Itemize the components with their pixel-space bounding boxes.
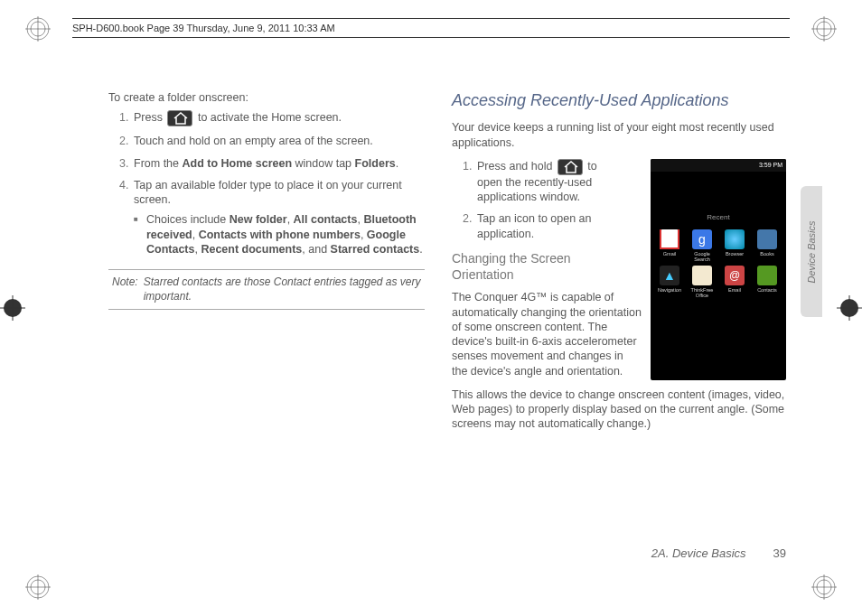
email-icon — [725, 266, 745, 285]
step-4: Tap an available folder type to place it… — [119, 178, 425, 257]
app-books: Books — [752, 229, 782, 262]
browser-icon — [725, 229, 745, 249]
crop-mark-icon — [811, 16, 837, 42]
recent-step-1: Press and hold to open the recently-used… — [463, 159, 625, 205]
left-column: To create a folder onscreen: Press to ac… — [108, 90, 425, 562]
recent-steps: Press and hold to open the recently-used… — [463, 159, 625, 241]
app-thinkfree-office: ThinkFree Office — [687, 266, 717, 298]
page-footer: 2A. Device Basics 39 — [651, 546, 786, 562]
phone-recent-label: Recent — [651, 213, 786, 222]
home-button-icon — [167, 110, 192, 126]
choices-bullet: Choices include New folder, All contacts… — [134, 212, 425, 257]
contacts-icon — [757, 266, 777, 285]
note-box: Note: Starred contacts are those Contact… — [108, 269, 425, 310]
gmail-icon — [660, 229, 679, 249]
right-column: Accessing Recently-Used Applications You… — [452, 90, 786, 562]
folder-intro: To create a folder onscreen: — [108, 90, 425, 105]
note-label: Note: — [112, 275, 138, 303]
crop-mark-icon — [811, 574, 837, 600]
step-2: Touch and hold on an empty area of the s… — [119, 134, 425, 148]
page-header: SPH-D600.book Page 39 Thursday, June 9, … — [72, 18, 790, 38]
recent-step-2: Tap an icon to open an application. — [463, 211, 625, 241]
app-browser: Browser — [719, 229, 750, 262]
app-gmail: Gmail — [654, 229, 685, 262]
office-icon — [692, 266, 712, 285]
orientation-p2: This allows the device to change onscree… — [452, 387, 786, 432]
app-google-search: gGoogle Search — [687, 229, 717, 262]
footer-section: 2A. Device Basics — [651, 546, 746, 562]
phone-screenshot: 3:59 PM Recent Gmail gGoogle Search Brow… — [651, 159, 786, 380]
phone-time: 3:59 PM — [759, 162, 782, 168]
phone-statusbar: 3:59 PM — [651, 159, 786, 172]
books-icon — [757, 229, 777, 249]
step-3: From the Add to Home screen window tap F… — [119, 156, 425, 171]
navigation-icon — [660, 266, 679, 285]
crop-mark-icon — [837, 295, 862, 321]
crop-mark-icon — [25, 574, 51, 600]
step-1: Press to activate the Home screen. — [119, 110, 425, 126]
crop-mark-icon — [0, 295, 25, 321]
phone-app-grid: Gmail gGoogle Search Browser Books Navig… — [651, 229, 786, 298]
note-body: Starred contacts are those Contact entri… — [144, 275, 421, 303]
heading-orientation: Changing the Screen Orientation — [452, 250, 605, 283]
google-search-icon: g — [692, 229, 712, 249]
home-button-icon — [557, 159, 583, 175]
heading-recent-apps: Accessing Recently-Used Applications — [452, 90, 786, 111]
footer-page-number: 39 — [773, 546, 786, 562]
folder-steps: Press to activate the Home screen. Touch… — [119, 110, 425, 257]
recent-intro: Your device keeps a running list of your… — [452, 120, 786, 150]
crop-mark-icon — [25, 16, 51, 42]
app-email: Email — [719, 266, 750, 298]
app-navigation: Navigation — [654, 266, 685, 298]
app-contacts: Contacts — [752, 266, 782, 298]
book-meta: SPH-D600.book Page 39 Thursday, June 9, … — [72, 23, 335, 33]
